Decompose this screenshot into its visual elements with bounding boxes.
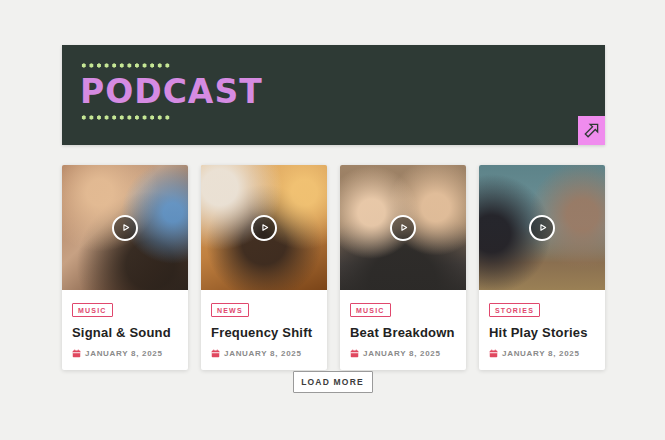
episode-title[interactable]: Hit Play Stories [489, 325, 595, 340]
podcast-card[interactable]: MUSIC Beat Breakdown JANUARY 8, 2025 [340, 165, 466, 370]
episode-date: JANUARY 8, 2025 [211, 349, 317, 358]
podcast-card[interactable]: NEWS Frequency Shift JANUARY 8, 2025 [201, 165, 327, 370]
play-button[interactable] [112, 215, 138, 241]
podcast-card[interactable]: MUSIC Signal & Sound JANUARY 8, 2025 [62, 165, 188, 370]
episode-date: JANUARY 8, 2025 [350, 349, 456, 358]
play-button[interactable] [251, 215, 277, 241]
episode-date: JANUARY 8, 2025 [489, 349, 595, 358]
calendar-icon [350, 349, 359, 358]
episode-date-label: JANUARY 8, 2025 [502, 349, 580, 358]
calendar-icon [72, 349, 81, 358]
calendar-icon [489, 349, 498, 358]
play-button[interactable] [390, 215, 416, 241]
episode-card-grid: MUSIC Signal & Sound JANUARY 8, 2025 NEW… [62, 165, 605, 370]
category-badge[interactable]: MUSIC [72, 303, 113, 317]
episode-date-label: JANUARY 8, 2025 [363, 349, 441, 358]
episode-date-label: JANUARY 8, 2025 [224, 349, 302, 358]
episode-thumbnail [201, 165, 327, 290]
calendar-icon [211, 349, 220, 358]
category-badge[interactable]: NEWS [211, 303, 249, 317]
dots-decoration-bottom [80, 115, 170, 120]
episode-thumbnail [479, 165, 605, 290]
episode-date: JANUARY 8, 2025 [72, 349, 178, 358]
category-badge[interactable]: STORIES [489, 303, 540, 317]
episode-thumbnail [62, 165, 188, 290]
load-more-button[interactable]: LOAD MORE [293, 371, 373, 393]
podcast-banner: PODCAST [62, 45, 605, 145]
episode-title[interactable]: Frequency Shift [211, 325, 317, 340]
play-button[interactable] [529, 215, 555, 241]
episode-title[interactable]: Beat Breakdown [350, 325, 456, 340]
episode-thumbnail [340, 165, 466, 290]
episode-date-label: JANUARY 8, 2025 [85, 349, 163, 358]
arrow-up-right-icon[interactable] [578, 116, 605, 145]
category-badge[interactable]: MUSIC [350, 303, 391, 317]
episode-title[interactable]: Signal & Sound [72, 325, 178, 340]
podcast-card[interactable]: STORIES Hit Play Stories JANUARY 8, 2025 [479, 165, 605, 370]
page-title: PODCAST [80, 75, 605, 109]
dots-decoration-top [80, 63, 170, 68]
